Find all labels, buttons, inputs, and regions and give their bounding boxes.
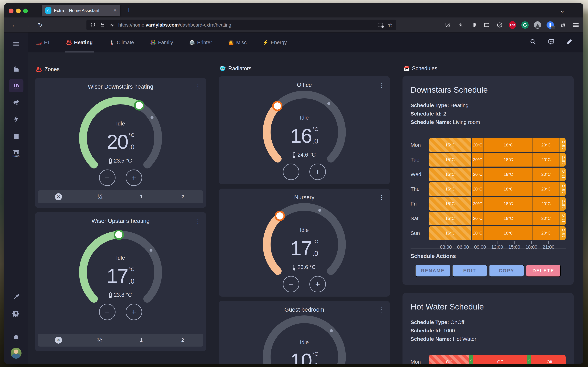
close-window-button[interactable] [9,8,13,13]
schedule-segment[interactable]: On [527,355,531,364]
edit-button[interactable]: EDIT [452,265,487,277]
schedule-segment[interactable]: 20°C [533,182,559,196]
sidebar-item-developer-tools[interactable] [9,290,24,303]
day-schedule-bar[interactable]: 15°C20°C18°C20°C15°C [429,153,566,167]
thermostat-dial[interactable]: Idle16°C.024.6 °C−+ [257,85,352,179]
copy-button[interactable]: COPY [489,265,524,277]
sidebar-item-cameras[interactable] [9,96,24,109]
schedule-segment[interactable]: 15°C [560,226,566,240]
schedule-segment[interactable]: 15°C [429,212,471,225]
window-controls[interactable] [9,8,28,13]
notifications-bell-icon[interactable] [9,331,24,344]
zoom-window-button[interactable] [23,8,28,13]
forward-button[interactable]: → [22,17,32,33]
schedule-segment[interactable]: 15°C [429,138,471,152]
schedule-segment[interactable]: 15°C [560,153,566,167]
new-tab-button[interactable]: + [127,6,131,14]
more-options-icon[interactable]: ⋮ [379,306,385,313]
thermostat-dial[interactable]: Idle10°C.0−+ [257,310,352,364]
extensions-puzzle-icon[interactable] [559,21,567,29]
hvac-mode-3[interactable]: 2 [162,334,204,347]
sidebar-item-calendar[interactable] [9,129,24,143]
schedule-segment[interactable]: 20°C [533,138,559,152]
list-tabs-chevron-icon[interactable]: ⌄ [560,7,565,14]
decrease-temperature-button[interactable]: − [283,276,299,292]
nordvpn-icon[interactable] [534,21,541,29]
day-schedule-bar[interactable]: OffOnOffOnOff [429,355,566,364]
schedule-segment[interactable]: 20°C [472,182,484,196]
schedule-segment[interactable]: 15°C [429,153,471,167]
schedule-segment[interactable]: 18°C [484,153,533,167]
schedule-segment[interactable]: 15°C [560,182,566,196]
schedule-segment[interactable]: 20°C [533,212,559,225]
hvac-mode-off[interactable]: ✕ [38,334,79,347]
day-schedule-bar[interactable]: 15°C20°C18°C20°C15°C [429,138,566,152]
schedule-segment[interactable]: Off [531,355,566,364]
url-text[interactable]: https://home.vardylabs.com/dashboard-ext… [118,22,374,28]
browser-tab[interactable]: ⌂ Extra – Home Assistant ✕ [42,5,121,16]
more-options-icon[interactable]: ⋮ [379,82,385,88]
day-schedule-bar[interactable]: 15°C20°C18°C20°C15°C [429,197,566,211]
sidebar-item-energy[interactable] [9,113,24,126]
schedule-segment[interactable]: 18°C [484,182,533,196]
rename-button[interactable]: RENAME [415,265,450,277]
search-icon[interactable] [530,38,536,47]
hvac-mode-3[interactable]: 2 [162,190,204,203]
schedule-segment[interactable]: 15°C [560,197,566,211]
hvac-mode-1[interactable]: ½ [79,334,121,347]
schedule-segment[interactable]: 20°C [533,167,559,181]
adblock-plus-icon[interactable]: ABP [509,21,516,29]
thermostat-dial[interactable]: Idle20°C.023.5 °C−+ [73,91,168,185]
sidebar-toggle-icon[interactable] [483,21,491,29]
schedule-segment[interactable]: 15°C [560,167,566,181]
decrease-temperature-button[interactable]: − [99,169,115,186]
schedule-segment[interactable]: Off [429,355,469,364]
library-icon[interactable] [470,21,478,29]
hvac-mode-2[interactable]: 1 [121,190,162,203]
schedule-segment[interactable]: 20°C [533,153,559,167]
tab-heating[interactable]: ♨️Heating [66,33,93,52]
menu-hamburger-icon[interactable] [572,21,580,29]
schedule-segment[interactable]: 15°C [560,138,566,152]
schedule-segment[interactable]: Off [473,355,527,364]
day-schedule-bar[interactable]: 15°C20°C18°C20°C15°C [429,167,566,181]
user-avatar[interactable] [11,348,22,359]
tab-energy[interactable]: ⚡Energy [263,33,287,52]
downloads-icon[interactable] [457,21,465,29]
schedule-segment[interactable]: 18°C [484,138,533,152]
increase-temperature-button[interactable]: + [126,169,142,186]
schedule-segment[interactable]: 15°C [560,212,566,225]
bookmark-star-icon[interactable]: ☆ [388,22,393,28]
hvac-mode-2[interactable]: 1 [121,334,162,347]
permissions-icon[interactable] [109,22,115,28]
day-schedule-bar[interactable]: 15°C20°C18°C20°C15°C [429,226,566,240]
sidebar-item-settings[interactable] [9,307,24,320]
sidebar-menu-icon[interactable] [9,37,24,51]
grammarly-icon[interactable]: G [521,21,529,29]
decrease-temperature-button[interactable]: − [283,164,299,180]
schedule-segment[interactable]: 20°C [472,153,484,167]
schedule-segment[interactable]: 18°C [484,197,533,211]
more-options-icon[interactable]: ⋮ [379,194,385,201]
edit-dashboard-pencil-icon[interactable] [566,38,573,47]
onepassword-icon[interactable] [546,21,554,29]
day-schedule-bar[interactable]: 15°C20°C18°C20°C15°C [429,182,566,196]
schedule-segment[interactable]: 20°C [472,167,484,181]
sidebar-item-hacs[interactable]: HACS [9,146,24,159]
tab-close-icon[interactable]: ✕ [113,8,117,13]
delete-button[interactable]: DELETE [526,265,561,277]
schedule-segment[interactable]: 20°C [472,138,484,152]
increase-temperature-button[interactable]: + [126,304,142,320]
pocket-icon[interactable] [444,21,452,29]
schedule-segment[interactable]: 15°C [429,167,471,181]
schedule-segment[interactable]: 18°C [484,226,533,240]
tab-family[interactable]: 👫Family [150,33,173,52]
schedule-segment[interactable]: 20°C [533,197,559,211]
increase-temperature-button[interactable]: + [309,164,326,180]
thermostat-dial[interactable]: Idle17°C.023.8 °C−+ [73,225,168,319]
screenshot-icon[interactable] [378,23,383,27]
url-bar[interactable]: https://home.vardylabs.com/dashboard-ext… [86,20,396,30]
reload-button[interactable]: ↻ [35,17,45,33]
hvac-mode-1[interactable]: ½ [79,190,121,203]
schedule-segment[interactable]: 18°C [484,212,533,225]
